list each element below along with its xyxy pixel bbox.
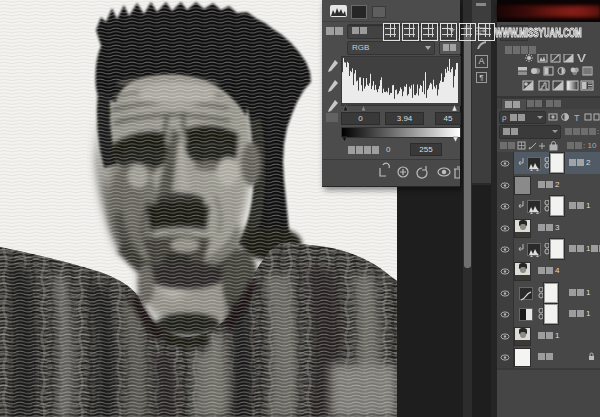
- svg-text:T: T: [574, 113, 580, 123]
